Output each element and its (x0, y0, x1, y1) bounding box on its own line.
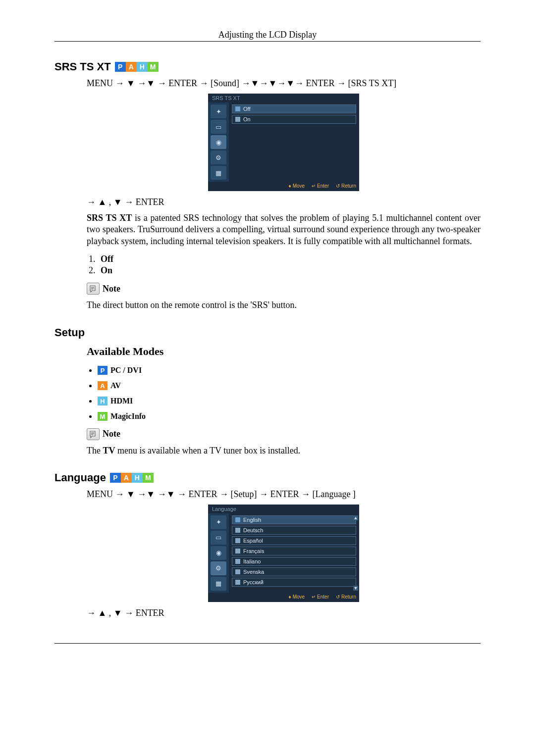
list-item: M MagicInfo (98, 411, 481, 421)
osd-option-row: Off (232, 104, 356, 113)
badge-av-icon: A (126, 62, 137, 72)
section-heading-setup: Setup (54, 326, 481, 339)
note-text-part: The (87, 446, 103, 455)
osd-sidebar: ✦ ▭ ◉ ⚙ ▦ (208, 513, 229, 593)
badge-hdmi-icon: H (132, 473, 143, 483)
osd-option-label: Français (243, 548, 264, 554)
badge-pc-icon: P (98, 366, 107, 375)
srs-desc-rest: is a patented SRS technology that solves… (87, 213, 481, 246)
list-item: A AV (98, 380, 481, 391)
osd-option-label: Русский (243, 579, 264, 585)
osd-side-icon: ⚙ (211, 561, 226, 575)
section-heading-srs: SRS TS XT P A H M (54, 60, 481, 73)
badge-hdmi-icon: H (98, 397, 107, 405)
mode-label: AV (110, 381, 121, 390)
language-heading-text: Language (54, 471, 106, 484)
list-item: H HDMI (98, 396, 481, 406)
list-item: On (98, 265, 481, 276)
osd-footer: ♦ Move ↵ Enter ↺ Return (208, 593, 359, 602)
note-label: Note (103, 429, 120, 439)
list-item: Off (98, 254, 481, 264)
badge-hdmi-icon: H (137, 62, 148, 72)
mode-label: MagicInfo (110, 412, 146, 421)
srs-note-text: The direct button on the remote control … (87, 300, 481, 311)
osd-footer-move: ♦ Move (289, 183, 305, 189)
page-header-title: Adjusting the LCD Display (218, 30, 317, 40)
badge-av-icon: A (98, 381, 107, 390)
note-label: Note (103, 284, 120, 294)
note-block: Note (87, 428, 481, 440)
osd-option-label: Svenska (243, 569, 264, 575)
osd-option-row: Svenska (232, 567, 356, 576)
srs-after-nav: → ▲ , ▼ → ENTER (87, 197, 481, 207)
note-text-part: menu is available when a TV tuner box is… (115, 446, 301, 455)
setup-subheading: Available Modes (87, 345, 481, 358)
badge-magicinfo-icon: M (98, 412, 107, 421)
osd-side-icon: ▭ (211, 120, 226, 134)
list-item-label: Off (101, 254, 113, 264)
osd-side-icon: ◉ (211, 135, 226, 149)
osd-sidebar: ✦ ▭ ◉ ⚙ ▦ (208, 102, 229, 182)
srs-nav-path: MENU → ▼ →▼ → ENTER → [Sound] →▼→▼→▼→ EN… (87, 78, 481, 89)
modes-list: P PC / DVI A AV H HDMI M MagicInfo (98, 365, 481, 421)
osd-option-row: Русский (232, 578, 356, 587)
srs-heading-text: SRS TS XT (54, 60, 111, 73)
osd-title: SRS TS XT (208, 94, 359, 102)
osd-option-label: Off (243, 106, 250, 112)
badge-av-icon: A (121, 473, 132, 483)
osd-option-label: On (243, 116, 251, 122)
osd-scrollbar: ▲ ▼ (353, 515, 358, 591)
osd-footer-enter: ↵ Enter (312, 594, 329, 600)
osd-footer: ♦ Move ↵ Enter ↺ Return (208, 182, 359, 191)
list-item: P PC / DVI (98, 365, 481, 375)
srs-option-list: Off On (98, 254, 481, 276)
badge-magicinfo-icon: M (148, 62, 159, 72)
mode-label: HDMI (110, 397, 133, 405)
osd-option-row: Italiano (232, 557, 356, 566)
osd-option-row: Français (232, 547, 356, 555)
osd-side-icon: ▭ (211, 531, 226, 545)
setup-heading-text: Setup (54, 326, 85, 339)
badge-pc-icon: P (110, 473, 121, 483)
list-item-label: On (101, 265, 112, 275)
page-header: Adjusting the LCD Display (54, 30, 481, 42)
osd-footer-return: ↺ Return (336, 183, 356, 189)
language-osd-screenshot: Language ✦ ▭ ◉ ⚙ ▦ ▲ ▼ English Deutsch E (208, 504, 359, 602)
osd-option-row: English (232, 515, 356, 524)
language-nav-path: MENU → ▼ →▼ →▼ → ENTER → [Setup] → ENTER… (87, 489, 481, 500)
osd-option-label: Español (243, 538, 263, 544)
badge-row: P A H M (115, 62, 159, 72)
badge-pc-icon: P (115, 62, 126, 72)
language-after-nav: → ▲ , ▼ → ENTER (87, 608, 481, 618)
badge-magicinfo-icon: M (143, 473, 154, 483)
osd-side-icon: ◉ (211, 546, 226, 560)
osd-option-label: English (243, 517, 261, 523)
osd-option-label: Deutsch (243, 527, 263, 533)
page-footer-rule (54, 643, 481, 644)
srs-description: SRS TS XT is a patented SRS technology t… (87, 212, 481, 247)
osd-option-label: Italiano (243, 558, 261, 564)
section-heading-language: Language P A H M (54, 471, 481, 484)
setup-note-text: The TV menu is available when a TV tuner… (87, 445, 481, 456)
osd-option-row: Deutsch (232, 526, 356, 535)
mode-label: PC / DVI (110, 366, 142, 375)
osd-footer-enter: ↵ Enter (312, 183, 329, 189)
note-icon (87, 428, 100, 440)
srs-desc-bold: SRS TS XT (87, 213, 132, 223)
osd-title: Language (208, 504, 359, 513)
osd-footer-return: ↺ Return (336, 594, 356, 600)
osd-side-icon: ⚙ (211, 151, 226, 164)
osd-footer-move: ♦ Move (289, 594, 305, 600)
srs-osd-screenshot: SRS TS XT ✦ ▭ ◉ ⚙ ▦ Off On ♦ Move ↵ Ente… (208, 94, 359, 191)
osd-side-icon: ✦ (211, 515, 226, 529)
note-icon (87, 283, 100, 295)
osd-option-row: Español (232, 536, 356, 545)
scroll-down-icon: ▼ (353, 586, 358, 591)
badge-row: P A H M (110, 473, 154, 483)
osd-side-icon: ▦ (211, 166, 226, 180)
osd-option-row: On (232, 115, 356, 124)
osd-side-icon: ▦ (211, 577, 226, 591)
osd-side-icon: ✦ (211, 104, 226, 118)
note-block: Note (87, 283, 481, 295)
scroll-up-icon: ▲ (353, 515, 358, 520)
